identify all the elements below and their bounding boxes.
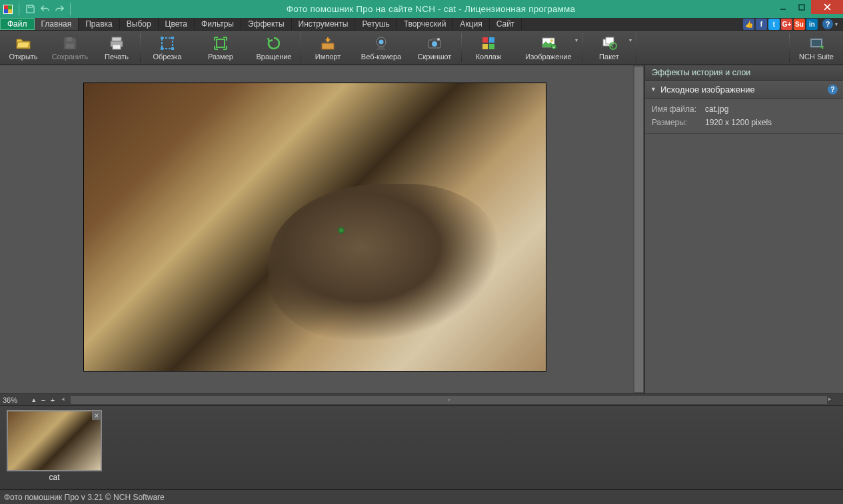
close-button[interactable]: [811, 0, 843, 14]
canvas-wrapper: [0, 65, 633, 393]
svg-rect-17: [171, 37, 174, 39]
help-dropdown-arrow[interactable]: ▾: [835, 21, 838, 27]
svg-rect-18: [161, 47, 163, 50]
svg-rect-29: [482, 37, 488, 43]
thumbnail-close-icon[interactable]: ×: [92, 411, 101, 420]
menu-site[interactable]: Сайт: [490, 18, 522, 30]
batch-button[interactable]: Пакет: [582, 31, 636, 65]
window-controls: [774, 0, 843, 14]
menu-retouch[interactable]: Ретушь: [355, 18, 397, 30]
scroll-left-arrow[interactable]: ◂: [61, 395, 69, 402]
main-area: Эффекты история и слои ▼ Исходное изобра…: [0, 65, 843, 393]
dimensions-label: Размеры:: [652, 118, 705, 127]
crop-button[interactable]: Обрезка: [141, 31, 194, 65]
thumbnail-label: cat: [7, 471, 102, 482]
facebook-icon[interactable]: f: [756, 19, 767, 30]
thumbnail-image[interactable]: ×: [7, 410, 102, 471]
linkedin-icon[interactable]: in: [806, 19, 818, 30]
save-button[interactable]: Сохранить: [47, 31, 93, 65]
zoom-bar: 36% ▴ − + ◂ ▾ ▸: [0, 393, 843, 405]
svg-rect-4: [8, 9, 12, 13]
like-icon[interactable]: 👍: [743, 19, 754, 30]
effects-history-panel-header: Эффекты история и слои: [645, 65, 843, 81]
svg-point-34: [550, 39, 553, 42]
menu-promo[interactable]: Акция: [453, 18, 489, 30]
horizontal-scrollbar[interactable]: ◂ ▾ ▸: [61, 395, 836, 405]
main-toolbar: Открыть Сохранить Печать Обрезка Размер …: [0, 31, 843, 65]
chevron-down-icon: ▼: [650, 86, 656, 93]
help-icon[interactable]: ?: [822, 19, 833, 29]
source-image-section-header[interactable]: ▼ Исходное изображение ?: [645, 81, 843, 99]
separator: [19, 3, 19, 15]
open-button[interactable]: Открыть: [0, 31, 47, 65]
filename-label: Имя файла:: [652, 105, 705, 114]
nch-suite-button[interactable]: NCH Suite: [790, 31, 843, 65]
menu-creative[interactable]: Творческий: [397, 18, 454, 30]
svg-rect-16: [161, 37, 163, 39]
minimize-button[interactable]: [774, 0, 792, 14]
menu-colors[interactable]: Цвета: [159, 18, 195, 30]
screenshot-button[interactable]: Скриншот: [408, 31, 461, 65]
zoom-out-button[interactable]: −: [39, 396, 48, 404]
quick-save-icon[interactable]: [25, 4, 35, 15]
menu-edit[interactable]: Правка: [79, 18, 120, 30]
maximize-button[interactable]: [792, 0, 811, 14]
rotate-button[interactable]: Вращение: [247, 31, 301, 65]
svg-rect-32: [489, 44, 494, 49]
status-text: Фото помошник Про v 3.21 © NCH Software: [4, 493, 165, 502]
svg-rect-31: [482, 44, 488, 49]
svg-rect-11: [66, 44, 74, 49]
dimensions-value: 1920 x 1200 pixels: [705, 118, 772, 127]
quick-access-toolbar: [0, 3, 72, 15]
zoom-in-button[interactable]: +: [48, 396, 57, 404]
svg-point-26: [432, 41, 437, 47]
menu-file[interactable]: Файл: [0, 18, 35, 30]
info-icon[interactable]: ?: [828, 85, 838, 95]
menubar: Файл Главная Правка Выбор Цвета Фильтры …: [0, 18, 843, 31]
zoom-percent: 36%: [3, 396, 29, 404]
svg-rect-7: [799, 5, 804, 10]
image-button[interactable]: + Изображение: [515, 31, 582, 65]
menu-effects[interactable]: Эффекты: [241, 18, 292, 30]
thumbnail-strip: × cat: [0, 405, 843, 489]
filename-value: cat.jpg: [705, 105, 728, 114]
canvas-image[interactable]: [84, 83, 546, 371]
svg-rect-19: [171, 47, 174, 50]
menu-filters[interactable]: Фильтры: [195, 18, 241, 30]
svg-rect-20: [217, 39, 225, 47]
svg-rect-10: [67, 37, 72, 41]
menu-main[interactable]: Главная: [35, 18, 79, 30]
svg-rect-1: [4, 5, 8, 9]
window-title: Фото помошник Про на сайте NCH - cat - Л…: [72, 4, 843, 14]
collage-button[interactable]: Коллаж: [462, 31, 515, 65]
gplus-icon[interactable]: G+: [781, 19, 792, 30]
resize-button[interactable]: Размер: [194, 31, 247, 65]
vertical-scrollbar[interactable]: [633, 65, 644, 393]
scroll-right-arrow[interactable]: ▸: [828, 395, 836, 402]
svg-rect-2: [8, 5, 12, 9]
svg-rect-15: [162, 38, 173, 49]
social-buttons: 👍 f t G+ Su in ? ▾: [743, 18, 843, 30]
canvas-viewport[interactable]: [0, 65, 633, 393]
menu-select[interactable]: Выбор: [120, 18, 159, 30]
svg-rect-30: [489, 37, 494, 43]
statusbar: Фото помошник Про v 3.21 © NCH Software: [0, 489, 843, 504]
svg-rect-27: [432, 38, 437, 41]
undo-icon[interactable]: [39, 4, 50, 15]
redo-icon[interactable]: [54, 4, 65, 15]
svg-rect-41: [812, 40, 821, 46]
twitter-icon[interactable]: t: [768, 19, 780, 30]
thumbnail-card[interactable]: × cat: [7, 410, 102, 485]
webcam-button[interactable]: Веб-камера: [355, 31, 408, 65]
app-icon: [3, 4, 13, 15]
import-button[interactable]: Импорт: [301, 31, 355, 65]
titlebar: Фото помошник Про на сайте NCH - cat - Л…: [0, 0, 843, 18]
svg-point-24: [379, 39, 384, 44]
stumble-icon[interactable]: Su: [794, 19, 805, 30]
svg-point-28: [437, 38, 440, 41]
menu-tools[interactable]: Инструменты: [292, 18, 356, 30]
print-button[interactable]: Печать: [93, 31, 140, 65]
svg-rect-21: [322, 43, 334, 49]
scrollbar-thumb[interactable]: ▾: [71, 396, 827, 404]
zoom-up-button[interactable]: ▴: [29, 395, 39, 404]
